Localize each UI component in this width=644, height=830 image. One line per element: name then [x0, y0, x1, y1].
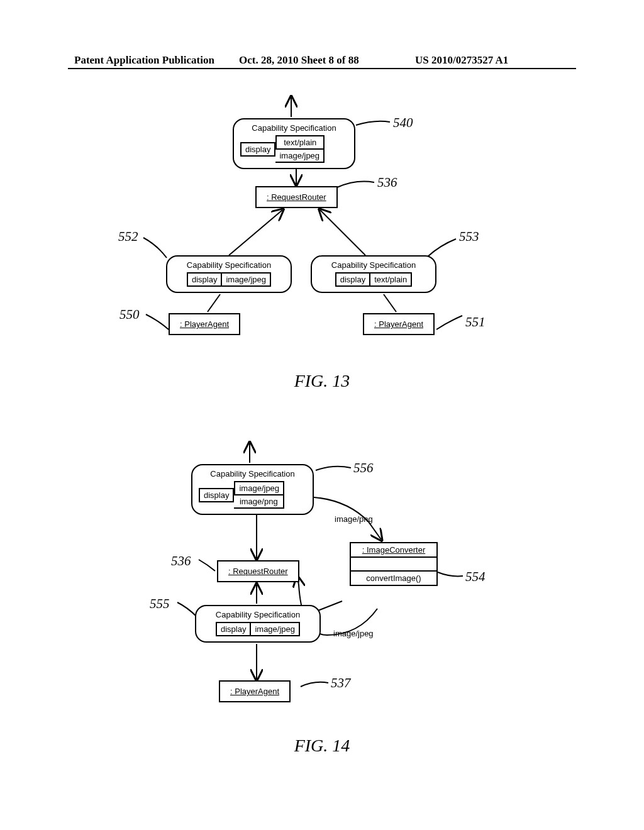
label-image-png: image/png: [335, 514, 373, 524]
cap-spec-title: Capability Specification: [203, 610, 313, 619]
cap-spec-556: Capability Specification display image/j…: [191, 464, 314, 515]
ref-555: 555: [150, 596, 170, 612]
cap-spec-555: Capability Specification display image/j…: [195, 605, 321, 643]
cap-val: image/jpeg: [234, 481, 284, 495]
ref-554: 554: [465, 569, 486, 585]
request-router-536-b: : RequestRouter: [217, 560, 299, 582]
ref-536-b: 536: [171, 553, 191, 569]
ref-556: 556: [353, 460, 374, 476]
player-agent-537: : PlayerAgent: [219, 680, 291, 702]
cap-val: image/png: [234, 495, 284, 509]
cap-key: display: [216, 622, 251, 636]
ref-537: 537: [331, 675, 351, 691]
cap-val: image/jpeg: [251, 622, 300, 636]
imgconv-method: convertImage(): [351, 570, 436, 585]
image-converter-554: : ImageConverter convertImage(): [350, 542, 438, 586]
fig14-arrows: [0, 0, 644, 830]
label-image-jpeg: image/jpeg: [333, 629, 374, 638]
imgconv-attrs: [351, 556, 436, 570]
agent-label: : PlayerAgent: [230, 687, 279, 696]
fig14-title: FIG. 14: [0, 736, 644, 756]
imgconv-label: : ImageConverter: [362, 545, 425, 555]
cap-spec-title: Capability Specification: [199, 469, 306, 479]
cap-key: display: [199, 488, 234, 502]
router-label: : RequestRouter: [228, 567, 288, 576]
